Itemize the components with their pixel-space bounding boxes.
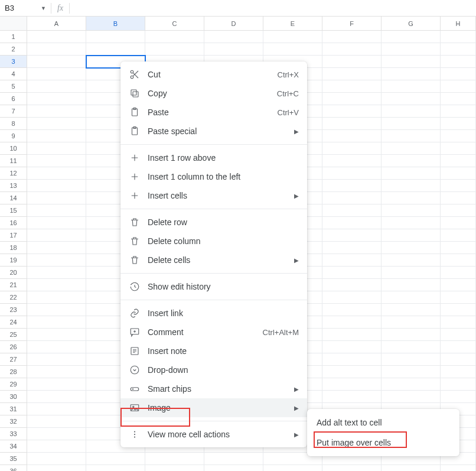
cell[interactable] [441, 204, 476, 217]
cell[interactable] [382, 118, 441, 130]
cell[interactable] [322, 304, 382, 316]
row-header[interactable]: 20 [0, 267, 27, 279]
cell[interactable] [322, 291, 382, 304]
row-header[interactable]: 19 [0, 254, 27, 267]
cell[interactable] [27, 180, 86, 192]
cell[interactable] [322, 80, 382, 93]
cell[interactable] [27, 391, 86, 403]
cell[interactable] [322, 31, 382, 43]
menu-item[interactable]: CopyCtrl+C [120, 84, 307, 103]
cell[interactable] [27, 31, 86, 43]
cell[interactable] [27, 378, 86, 391]
cell[interactable] [322, 217, 382, 229]
submenu-item[interactable]: Add alt text to cell [307, 412, 459, 433]
cell[interactable] [382, 56, 441, 68]
cell[interactable] [204, 453, 263, 465]
cell[interactable] [27, 217, 86, 229]
cell[interactable] [27, 93, 86, 105]
cell[interactable] [263, 31, 322, 43]
cell[interactable] [322, 142, 382, 155]
menu-item[interactable]: Insert 1 column to the left [120, 167, 307, 186]
cell[interactable] [382, 217, 441, 229]
select-all-corner[interactable] [0, 17, 27, 30]
menu-item[interactable]: CommentCtrl+Alt+M [120, 323, 307, 342]
menu-item[interactable]: Smart chips▶ [120, 379, 307, 398]
cell[interactable] [382, 80, 441, 93]
cell[interactable] [382, 68, 441, 80]
cell[interactable] [441, 316, 476, 329]
cell[interactable] [382, 204, 441, 217]
cell[interactable] [441, 31, 476, 43]
column-header[interactable]: G [382, 17, 441, 30]
cell[interactable] [441, 267, 476, 279]
row-header[interactable]: 34 [0, 440, 27, 453]
menu-item[interactable]: Insert 1 row above [120, 148, 307, 167]
menu-item[interactable]: Insert cells▶ [120, 186, 307, 205]
row-header[interactable]: 15 [0, 204, 27, 217]
row-header[interactable]: 31 [0, 403, 27, 415]
row-header[interactable]: 7 [0, 105, 27, 118]
row-header[interactable]: 4 [0, 68, 27, 80]
cell[interactable] [441, 291, 476, 304]
cell[interactable] [27, 43, 86, 56]
row-header[interactable]: 27 [0, 353, 27, 366]
cell[interactable] [322, 105, 382, 118]
cell[interactable] [441, 341, 476, 353]
cell[interactable] [86, 31, 145, 43]
cell[interactable] [382, 180, 441, 192]
row-header[interactable]: 13 [0, 180, 27, 192]
cell[interactable] [27, 80, 86, 93]
cell[interactable] [322, 192, 382, 204]
row-header[interactable]: 22 [0, 291, 27, 304]
cell[interactable] [27, 229, 86, 242]
cell[interactable] [263, 43, 322, 56]
cell[interactable] [27, 118, 86, 130]
cell[interactable] [382, 366, 441, 378]
cell[interactable] [322, 378, 382, 391]
cell[interactable] [27, 242, 86, 254]
cell[interactable] [27, 204, 86, 217]
cell[interactable] [322, 341, 382, 353]
cell[interactable] [382, 31, 441, 43]
cell[interactable] [204, 31, 263, 43]
cell[interactable] [322, 68, 382, 80]
column-header[interactable]: A [27, 17, 86, 30]
row-header[interactable]: 23 [0, 304, 27, 316]
cell[interactable] [145, 453, 204, 465]
cell[interactable] [27, 316, 86, 329]
row-header[interactable]: 33 [0, 428, 27, 440]
cell[interactable] [382, 267, 441, 279]
cell[interactable] [27, 329, 86, 341]
menu-item[interactable]: View more cell actions▶ [120, 425, 307, 444]
cell[interactable] [322, 391, 382, 403]
row-header[interactable]: 3 [0, 56, 27, 68]
cell[interactable] [382, 192, 441, 204]
cell[interactable] [441, 192, 476, 204]
cell[interactable] [27, 167, 86, 180]
cell[interactable] [27, 415, 86, 428]
cell[interactable] [441, 254, 476, 267]
cell[interactable] [382, 304, 441, 316]
cell[interactable] [441, 242, 476, 254]
cell[interactable] [86, 43, 145, 56]
cell[interactable] [441, 304, 476, 316]
menu-item[interactable]: PasteCtrl+V [120, 103, 307, 122]
row-header[interactable]: 30 [0, 391, 27, 403]
row-header[interactable]: 29 [0, 378, 27, 391]
cell[interactable] [441, 43, 476, 56]
cell[interactable] [322, 366, 382, 378]
cell[interactable] [441, 155, 476, 167]
row-header[interactable]: 6 [0, 93, 27, 105]
row-header[interactable]: 26 [0, 341, 27, 353]
cell[interactable] [441, 366, 476, 378]
cell[interactable] [441, 105, 476, 118]
column-header[interactable]: E [263, 17, 322, 30]
cell[interactable] [27, 68, 86, 80]
cell[interactable] [322, 329, 382, 341]
column-header[interactable]: C [145, 17, 204, 30]
cell[interactable] [382, 167, 441, 180]
cell[interactable] [382, 329, 441, 341]
cell[interactable] [27, 353, 86, 366]
menu-item[interactable]: Paste special▶ [120, 122, 307, 141]
name-box-dropdown-icon[interactable]: ▼ [41, 5, 46, 11]
